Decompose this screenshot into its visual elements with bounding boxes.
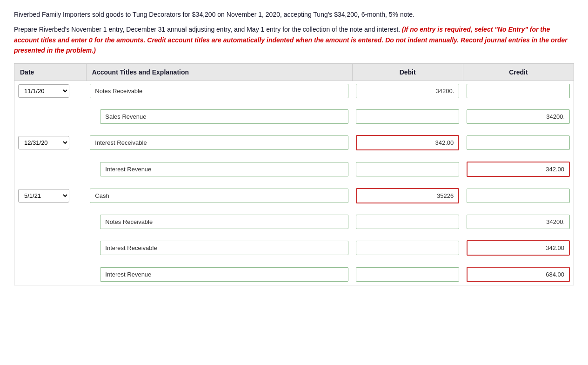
table-row xyxy=(14,159,574,180)
table-row: 5/1/21 xyxy=(14,185,574,206)
debit-amount-input[interactable] xyxy=(356,84,459,98)
journal-table: Date Account Titles and Explanation Debi… xyxy=(14,63,574,285)
table-row: 11/1/20 xyxy=(14,81,574,101)
problem-text-2: Prepare Riverbed's November 1 entry, Dec… xyxy=(14,24,574,55)
debit-amount-input[interactable] xyxy=(356,188,459,203)
account-title-input[interactable] xyxy=(100,241,348,255)
debit-amount-input[interactable] xyxy=(356,109,459,124)
date-select[interactable]: 12/31/20 xyxy=(18,136,69,149)
account-title-input[interactable] xyxy=(100,109,348,124)
credit-amount-input[interactable] xyxy=(467,189,570,203)
debit-amount-input[interactable] xyxy=(356,215,459,229)
header-debit: Debit xyxy=(352,63,463,81)
table-row: 12/31/20 xyxy=(14,132,574,153)
credit-amount-input[interactable] xyxy=(467,240,570,256)
credit-amount-input[interactable] xyxy=(467,109,570,124)
account-title-input[interactable] xyxy=(100,162,348,176)
table-row xyxy=(14,237,574,258)
credit-amount-input[interactable] xyxy=(467,267,570,282)
credit-amount-input[interactable] xyxy=(467,215,570,229)
problem-text: Riverbed Family Importers sold goods to … xyxy=(14,9,574,56)
header-credit: Credit xyxy=(463,63,574,81)
account-title-input[interactable] xyxy=(100,215,348,229)
header-date: Date xyxy=(14,63,87,81)
date-select[interactable]: 5/1/21 xyxy=(18,189,69,203)
table-row xyxy=(14,212,574,232)
debit-amount-input[interactable] xyxy=(356,135,459,150)
debit-amount-input[interactable] xyxy=(356,162,459,176)
header-account: Account Titles and Explanation xyxy=(86,63,352,81)
problem-text-1: Riverbed Family Importers sold goods to … xyxy=(14,9,574,20)
table-row xyxy=(14,264,574,285)
account-title-input[interactable] xyxy=(100,267,348,282)
credit-amount-input[interactable] xyxy=(467,162,570,177)
main-container: Riverbed Family Importers sold goods to … xyxy=(0,0,588,295)
debit-amount-input[interactable] xyxy=(356,241,459,255)
credit-amount-input[interactable] xyxy=(467,135,570,150)
date-select[interactable]: 11/1/20 xyxy=(18,84,69,98)
credit-amount-input[interactable] xyxy=(467,84,570,98)
table-row xyxy=(14,107,574,127)
debit-amount-input[interactable] xyxy=(356,267,459,282)
account-title-input[interactable] xyxy=(90,135,348,150)
account-title-input[interactable] xyxy=(90,84,348,98)
account-title-input[interactable] xyxy=(90,189,348,203)
